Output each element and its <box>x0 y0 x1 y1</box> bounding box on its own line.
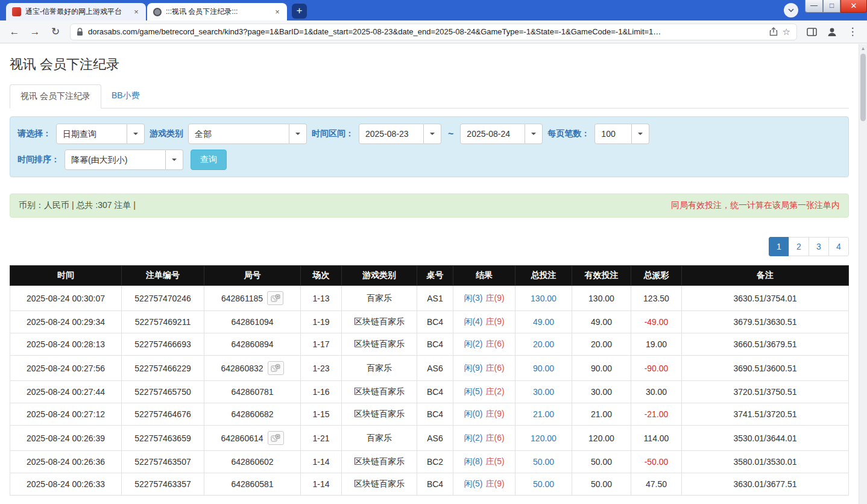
date-end-input[interactable]: 2025-08-24 <box>460 124 543 144</box>
date-end-value[interactable]: 2025-08-24 <box>460 124 525 144</box>
bookmark-star-icon[interactable]: ☆ <box>783 27 790 37</box>
total-bet-link[interactable]: 20.00 <box>515 333 572 356</box>
page-button-1[interactable]: 1 <box>769 237 789 256</box>
chevron-down-icon[interactable] <box>424 124 441 144</box>
query-type-value[interactable]: 日期查询 <box>56 124 127 144</box>
total-bet-link[interactable]: 50.00 <box>515 451 572 473</box>
cell-time: 2025-08-24 00:28:13 <box>10 333 122 356</box>
chevron-down-icon[interactable] <box>632 124 649 144</box>
tab-close-icon[interactable]: × <box>131 7 141 17</box>
cell-result: 闲(5)庄(2) <box>453 381 515 403</box>
result-banker: 庄(5) <box>486 456 505 466</box>
search-button[interactable]: 查询 <box>191 150 227 170</box>
page-size-value[interactable]: 100 <box>594 124 632 144</box>
date-range-separator: ~ <box>446 128 455 139</box>
back-icon[interactable]: ← <box>6 24 23 40</box>
round-id-text: 642860832 <box>221 364 263 373</box>
bet-table-body: 2025-08-24 00:30:07 522757470246 6428611… <box>10 286 849 496</box>
tab-close-icon[interactable]: × <box>273 7 282 17</box>
cell-table-no: BC2 <box>417 451 453 473</box>
total-bet-link[interactable]: 30.00 <box>515 381 572 403</box>
cell-result: 闲(8)庄(5) <box>453 451 515 473</box>
filter-panel: 请选择： 日期查询 游戏类别 全部 时间区间： 2025-08-23 ~ 202… <box>10 116 849 177</box>
result-player: 闲(0) <box>464 409 482 418</box>
browser-tab-betrecord[interactable]: :::视讯 会员下注纪录::: × <box>147 3 287 20</box>
share-icon[interactable] <box>769 27 778 36</box>
chevron-down-icon[interactable] <box>525 124 543 144</box>
address-bar[interactable]: dorasabs.com/game/betrecord_search/kind3… <box>70 24 797 40</box>
page-button-4[interactable]: 4 <box>828 237 849 256</box>
scrollbar-up-icon[interactable]: ▲ <box>859 44 867 51</box>
cell-valid-bet: 20.00 <box>572 333 631 356</box>
cell-result: 闲(3)庄(9) <box>453 286 515 311</box>
filter-row-2: 时间排序： 降幂(由大到小) 查询 <box>17 150 841 170</box>
cell-result: 闲(0)庄(9) <box>453 403 515 426</box>
result-banker: 庄(6) <box>486 339 505 348</box>
total-bet-link[interactable]: 90.00 <box>515 356 572 381</box>
round-id-text: 642860894 <box>231 339 273 349</box>
menu-dots-icon[interactable]: ⋮ <box>844 24 861 40</box>
date-start-input[interactable]: 2025-08-23 <box>359 124 441 144</box>
browser-tab-tongbao[interactable]: 通宝-信誉最好的网上游戏平台 × <box>6 3 146 20</box>
page-scrollbar[interactable]: ▲ <box>859 44 867 504</box>
header-game-type: 游戏类别 <box>342 266 417 286</box>
sort-order-select[interactable]: 降幂(由大到小) <box>65 150 183 170</box>
cell-result: 闲(4)庄(9) <box>453 311 515 333</box>
cell-remark: 3720.51/3750.51 <box>682 381 849 403</box>
reload-icon[interactable]: ↻ <box>47 24 64 40</box>
chevron-down-icon[interactable] <box>289 124 307 144</box>
tab-search-chevron-icon[interactable] <box>784 3 798 17</box>
game-type-value[interactable]: 全部 <box>188 124 289 144</box>
tab-bb-tip[interactable]: BB小费 <box>101 84 150 108</box>
chevron-down-icon[interactable] <box>127 124 145 144</box>
bet-record-table: 时间 注单编号 局号 场次 游戏类别 桌号 结果 总投注 有效投注 总派彩 备注… <box>10 265 849 496</box>
scrollbar-thumb[interactable] <box>860 54 866 121</box>
window-maximize-button[interactable]: □ <box>823 0 840 13</box>
game-replay-icon[interactable] <box>268 361 284 375</box>
forward-icon[interactable]: → <box>27 24 43 40</box>
round-id-text: 642860781 <box>231 387 273 397</box>
page-button-3[interactable]: 3 <box>809 237 829 256</box>
round-id-text: 642860682 <box>231 409 273 419</box>
profile-avatar-icon[interactable] <box>824 24 840 40</box>
table-row: 2025-08-24 00:27:56 522757466229 6428608… <box>10 356 849 381</box>
cell-bet-id: 522757466693 <box>122 333 204 356</box>
total-bet-link[interactable]: 21.00 <box>515 403 572 426</box>
sort-order-value[interactable]: 降幂(由大到小) <box>65 150 166 170</box>
date-start-value[interactable]: 2025-08-23 <box>359 124 424 144</box>
cell-payout: -90.00 <box>631 356 682 381</box>
currency-total-text: 币别：人民币 | 总共 :307 注单 | <box>19 200 136 211</box>
cell-table-no: AS6 <box>417 426 453 451</box>
window-close-button[interactable]: ✕ <box>840 0 867 13</box>
result-banker: 庄(9) <box>486 293 505 303</box>
tab-betrecord[interactable]: 视讯 会员下注纪录 <box>10 84 101 109</box>
page-button-2[interactable]: 2 <box>789 237 809 256</box>
cell-round-id: 642860614 <box>204 426 301 451</box>
total-bet-link[interactable]: 130.00 <box>515 286 572 311</box>
cell-payout: -49.00 <box>631 311 682 333</box>
url-text[interactable]: dorasabs.com/game/betrecord_search/kind3… <box>88 27 765 36</box>
cell-bet-id: 522757463357 <box>122 473 204 496</box>
window-minimize-button[interactable]: — <box>805 0 823 13</box>
window-controls: — □ ✕ <box>805 0 867 13</box>
total-bet-link[interactable]: 120.00 <box>515 426 572 451</box>
result-player: 闲(3) <box>464 293 482 303</box>
total-bet-link[interactable]: 49.00 <box>515 311 572 333</box>
game-replay-icon[interactable] <box>267 291 283 305</box>
total-bet-link[interactable]: 50.00 <box>515 473 572 496</box>
game-replay-icon[interactable] <box>268 431 284 445</box>
filter-row-1: 请选择： 日期查询 游戏类别 全部 时间区间： 2025-08-23 ~ 202… <box>17 124 841 144</box>
side-panel-icon[interactable] <box>803 24 820 40</box>
cell-valid-bet: 21.00 <box>572 403 631 426</box>
chevron-down-icon[interactable] <box>166 150 183 170</box>
tab-favicon-icon <box>153 8 162 16</box>
cell-time: 2025-08-24 00:26:36 <box>10 451 122 473</box>
query-type-select[interactable]: 日期查询 <box>56 124 145 144</box>
cell-valid-bet: 30.00 <box>572 381 631 403</box>
cell-time: 2025-08-24 00:26:33 <box>10 473 122 496</box>
game-type-select[interactable]: 全部 <box>188 124 307 144</box>
header-remark: 备注 <box>682 266 849 286</box>
new-tab-button[interactable]: + <box>292 4 307 19</box>
page-size-select[interactable]: 100 <box>594 124 649 144</box>
cell-valid-bet: 50.00 <box>572 473 631 496</box>
